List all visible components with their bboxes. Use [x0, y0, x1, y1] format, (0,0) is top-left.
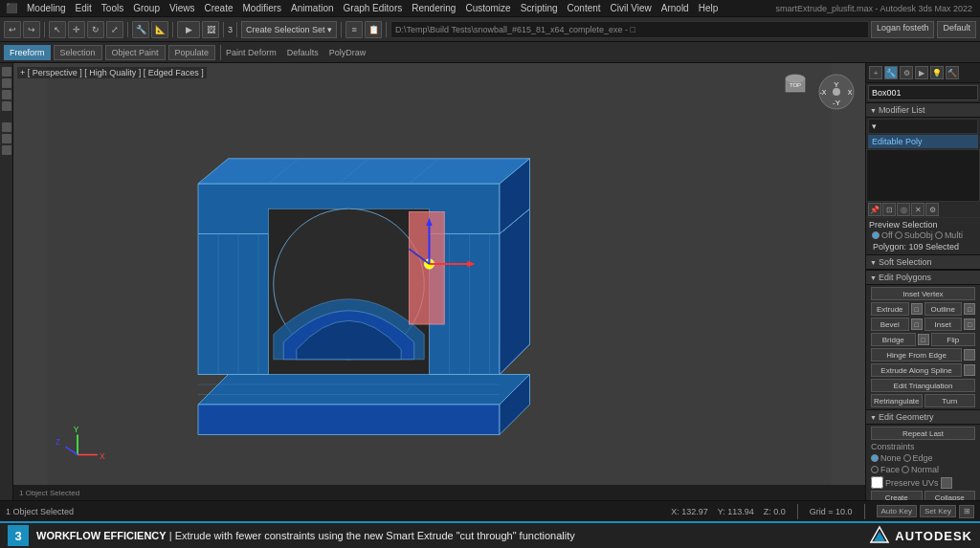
show-end-icon[interactable]: ⊡ [882, 203, 896, 216]
menu-edit[interactable]: Edit [74, 3, 94, 13]
menu-modifiers[interactable]: Modifiers [241, 3, 284, 13]
object-name-input[interactable] [868, 85, 978, 100]
edit-geometry-header[interactable]: Edit Geometry [866, 409, 980, 425]
menu-modeling[interactable]: Modeling [25, 3, 68, 13]
btn-extrude-along-spline[interactable]: Extrude Along Spline [871, 363, 962, 377]
workspace-button[interactable]: Default [937, 21, 976, 38]
menu-customize[interactable]: Customize [463, 3, 512, 13]
label-off: Off [881, 230, 893, 240]
radio-normal[interactable] [902, 466, 909, 473]
menu-tools[interactable]: Tools [100, 3, 125, 13]
preserve-uvs-checkbox[interactable] [871, 476, 883, 489]
menu-civil-view[interactable]: Civil View [609, 3, 654, 13]
layer-manager[interactable]: ≡ [345, 21, 363, 38]
btn-repeat-last[interactable]: Repeat Last [871, 427, 975, 440]
radio-subobj[interactable] [895, 231, 902, 239]
left-tool-7[interactable] [2, 145, 11, 155]
rotate-tool[interactable]: ↻ [87, 21, 104, 38]
radio-face[interactable] [871, 466, 879, 473]
left-tool-2[interactable] [2, 78, 11, 88]
render-frame[interactable]: 🖼 [202, 21, 219, 38]
left-tool-3[interactable] [2, 90, 11, 99]
set-key-button[interactable]: Set Key [920, 505, 956, 517]
utilities-panel-icon[interactable]: 🔨 [946, 66, 959, 79]
btn-inset[interactable]: Inset [924, 318, 963, 331]
snap-toggle[interactable]: 🔧 [132, 21, 149, 38]
move-tool[interactable]: ✛ [68, 21, 85, 38]
select-tool[interactable]: ↖ [49, 21, 66, 38]
tab-object-paint[interactable]: Object Paint [105, 45, 166, 60]
menu-views[interactable]: Views [167, 3, 197, 13]
menu-create[interactable]: Create [202, 3, 234, 13]
btn-insert-vertex[interactable]: Inset Vertex [871, 287, 975, 300]
left-tool-1[interactable] [2, 67, 11, 77]
hierarchy-panel-icon[interactable]: ⚙ [900, 66, 913, 79]
angle-snap[interactable]: 📐 [151, 21, 168, 38]
status-bar: 1 Object Selected X: 132.97 Y: 113.94 Z:… [0, 500, 980, 521]
create-panel-icon[interactable]: + [869, 66, 882, 79]
btn-inset-settings[interactable]: □ [964, 318, 975, 330]
btn-extrude-settings[interactable]: □ [911, 303, 923, 315]
btn-hinge-settings[interactable] [964, 349, 975, 361]
redo-button[interactable]: ↪ [23, 21, 40, 38]
btn-extrude[interactable]: Extrude [871, 302, 909, 316]
remove-icon[interactable]: ✕ [911, 203, 924, 216]
menu-animation[interactable]: Animation [289, 3, 335, 13]
left-tool-5[interactable] [2, 122, 11, 132]
btn-hinge-from-edge[interactable]: Hinge From Edge [871, 348, 962, 362]
btn-create[interactable]: Create [871, 491, 923, 500]
undo-button[interactable]: ↩ [4, 21, 21, 38]
btn-bevel[interactable]: Bevel [871, 318, 909, 331]
modifier-list-header[interactable]: Modifier List [866, 102, 980, 118]
modifier-editable-poly[interactable]: Editable Poly [868, 135, 978, 148]
modifier-dropdown[interactable]: ▾ [868, 119, 978, 134]
pin-icon[interactable]: 📌 [868, 203, 881, 216]
btn-bridge-settings[interactable]: □ [918, 334, 929, 345]
radio-multi[interactable] [935, 231, 943, 239]
menu-arnold[interactable]: Arnold [659, 3, 691, 13]
user-account-button[interactable]: Logan fosteth [871, 21, 935, 38]
menu-help[interactable]: Help [697, 3, 721, 13]
radio-none[interactable] [871, 454, 879, 462]
menu-content[interactable]: Content [566, 3, 603, 13]
btn-outline[interactable]: Outline [924, 302, 963, 316]
btn-extrude-along-settings[interactable] [964, 364, 975, 376]
btn-collapse[interactable]: Collapse [924, 491, 976, 500]
scale-tool[interactable]: ⤢ [106, 21, 123, 38]
make-unique-icon[interactable]: ◎ [897, 203, 910, 216]
radio-edge[interactable] [903, 454, 911, 462]
app-icon[interactable]: ⬛ [4, 3, 19, 13]
btn-flip[interactable]: Flip [931, 333, 976, 346]
config-icon[interactable]: ⚙ [925, 203, 939, 216]
btn-bridge[interactable]: Bridge [871, 333, 916, 346]
key-filters-button[interactable]: ⊞ [959, 505, 974, 518]
tab-selection[interactable]: Selection [54, 45, 102, 60]
tab-populate[interactable]: Populate [168, 45, 216, 60]
btn-retriangulate[interactable]: Retriangulate [871, 394, 923, 407]
menu-group[interactable]: Group [131, 3, 162, 13]
soft-selection-header[interactable]: Soft Selection [866, 254, 980, 270]
btn-turn[interactable]: Turn [924, 394, 976, 407]
motion-panel-icon[interactable]: ▶ [915, 66, 928, 79]
modify-panel-icon[interactable]: 🔧 [884, 66, 898, 79]
create-selection-set[interactable]: Create Selection Set ▾ [241, 21, 337, 38]
radio-off[interactable] [872, 231, 880, 239]
navigation-cube[interactable]: TOP [781, 71, 810, 99]
auto-key-button[interactable]: Auto Key [877, 505, 917, 517]
preserve-uvs-settings[interactable] [941, 477, 952, 489]
left-tool-4[interactable] [2, 101, 11, 111]
menu-scripting[interactable]: Scripting [519, 3, 560, 13]
edit-polygons-header[interactable]: Edit Polygons [866, 270, 980, 285]
tab-freeform[interactable]: Freeform [4, 45, 51, 60]
object-properties[interactable]: 📋 [365, 21, 382, 38]
btn-bevel-settings[interactable]: □ [911, 318, 923, 330]
display-panel-icon[interactable]: 💡 [930, 66, 944, 79]
menu-graph-editors[interactable]: Graph Editors [342, 3, 405, 13]
render-setup[interactable]: ▶ [177, 21, 200, 38]
btn-outline-settings[interactable]: □ [964, 303, 975, 315]
viewport[interactable]: + [ Perspective ] [ High Quality ] [ Edg… [13, 63, 865, 500]
left-tool-6[interactable] [2, 134, 11, 143]
btn-edit-triangulation[interactable]: Edit Triangulation [871, 379, 975, 392]
menu-rendering[interactable]: Rendering [410, 3, 457, 13]
right-panel-scroll[interactable]: Modifier List ▾ Editable Poly 📌 ⊡ ◎ ✕ ⚙ … [866, 83, 980, 500]
